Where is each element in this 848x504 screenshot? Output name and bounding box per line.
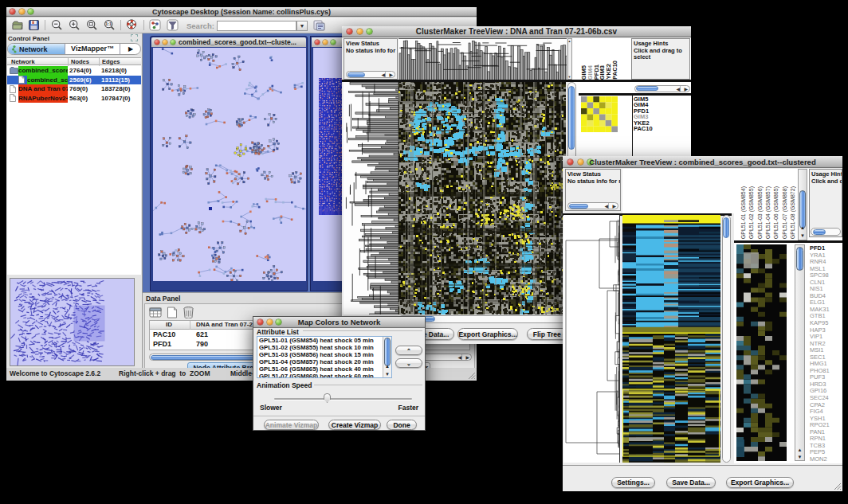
svg-text:1:1: 1:1	[105, 21, 112, 26]
